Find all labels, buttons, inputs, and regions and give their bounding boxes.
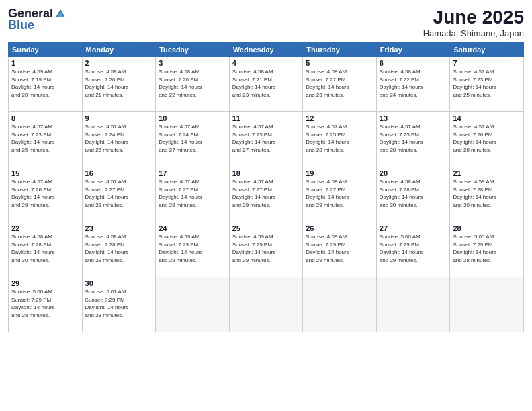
table-row: 18Sunrise: 4:57 AM Sunset: 7:27 PM Dayli… [229, 167, 303, 222]
day-number: 20 [380, 169, 447, 177]
day-number: 4 [232, 59, 300, 67]
day-info: Sunrise: 4:57 AM Sunset: 7:26 PM Dayligh… [453, 123, 521, 154]
table-row: 27Sunrise: 5:00 AM Sunset: 7:29 PM Dayli… [376, 222, 450, 277]
day-info: Sunrise: 5:00 AM Sunset: 7:29 PM Dayligh… [380, 233, 447, 264]
table-row: 15Sunrise: 4:57 AM Sunset: 7:26 PM Dayli… [9, 167, 83, 222]
table-row: 8Sunrise: 4:57 AM Sunset: 7:23 PM Daylig… [9, 112, 83, 167]
day-info: Sunrise: 4:57 AM Sunset: 7:23 PM Dayligh… [453, 68, 521, 99]
day-info: Sunrise: 4:58 AM Sunset: 7:28 PM Dayligh… [11, 233, 79, 264]
table-row: 11Sunrise: 4:57 AM Sunset: 7:25 PM Dayli… [229, 112, 303, 167]
day-number: 27 [380, 224, 447, 232]
table-row: 6Sunrise: 4:58 AM Sunset: 7:22 PM Daylig… [376, 57, 450, 112]
day-info: Sunrise: 4:58 AM Sunset: 7:28 PM Dayligh… [453, 178, 521, 209]
table-row: 24Sunrise: 4:59 AM Sunset: 7:29 PM Dayli… [156, 222, 230, 277]
day-number: 30 [85, 279, 153, 287]
day-number: 3 [159, 59, 226, 67]
calendar-week-row: 15Sunrise: 4:57 AM Sunset: 7:26 PM Dayli… [9, 167, 524, 222]
table-row: 22Sunrise: 4:58 AM Sunset: 7:28 PM Dayli… [9, 222, 83, 277]
day-number: 23 [85, 224, 153, 232]
calendar-week-row: 8Sunrise: 4:57 AM Sunset: 7:23 PM Daylig… [9, 112, 524, 167]
day-number: 14 [453, 114, 521, 122]
day-info: Sunrise: 4:59 AM Sunset: 7:29 PM Dayligh… [232, 233, 300, 264]
day-number: 2 [85, 59, 153, 67]
table-row: 21Sunrise: 4:58 AM Sunset: 7:28 PM Dayli… [450, 167, 524, 222]
title-block: June 2025 Hamada, Shimane, Japan [423, 7, 524, 38]
table-row: 7Sunrise: 4:57 AM Sunset: 7:23 PM Daylig… [450, 57, 524, 112]
day-info: Sunrise: 4:57 AM Sunset: 7:27 PM Dayligh… [159, 178, 226, 209]
day-info: Sunrise: 4:58 AM Sunset: 7:21 PM Dayligh… [232, 68, 300, 99]
calendar-week-row: 29Sunrise: 5:00 AM Sunset: 7:29 PM Dayli… [9, 277, 524, 332]
day-number: 29 [11, 279, 79, 287]
day-number: 13 [380, 114, 447, 122]
day-info: Sunrise: 4:58 AM Sunset: 7:28 PM Dayligh… [85, 233, 153, 264]
day-number: 5 [306, 59, 373, 67]
day-number: 22 [11, 224, 79, 232]
day-number: 21 [453, 169, 521, 177]
day-info: Sunrise: 4:59 AM Sunset: 7:29 PM Dayligh… [306, 233, 373, 264]
table-row [303, 277, 377, 332]
day-number: 9 [85, 114, 153, 122]
day-info: Sunrise: 5:00 AM Sunset: 7:29 PM Dayligh… [453, 233, 521, 264]
table-row: 20Sunrise: 4:58 AM Sunset: 7:28 PM Dayli… [376, 167, 450, 222]
day-info: Sunrise: 4:58 AM Sunset: 7:20 PM Dayligh… [159, 68, 226, 99]
header-wednesday: Wednesday [229, 43, 303, 57]
calendar-week-row: 22Sunrise: 4:58 AM Sunset: 7:28 PM Dayli… [9, 222, 524, 277]
day-number: 28 [453, 224, 521, 232]
day-number: 24 [159, 224, 226, 232]
header-saturday: Saturday [450, 43, 524, 57]
table-row: 12Sunrise: 4:57 AM Sunset: 7:25 PM Dayli… [303, 112, 377, 167]
day-info: Sunrise: 4:57 AM Sunset: 7:23 PM Dayligh… [11, 123, 79, 154]
day-number: 10 [159, 114, 226, 122]
table-row: 3Sunrise: 4:58 AM Sunset: 7:20 PM Daylig… [156, 57, 230, 112]
day-number: 11 [232, 114, 300, 122]
table-row: 29Sunrise: 5:00 AM Sunset: 7:29 PM Dayli… [9, 277, 83, 332]
day-info: Sunrise: 4:57 AM Sunset: 7:24 PM Dayligh… [159, 123, 226, 154]
table-row: 13Sunrise: 4:57 AM Sunset: 7:25 PM Dayli… [376, 112, 450, 167]
day-info: Sunrise: 4:58 AM Sunset: 7:28 PM Dayligh… [380, 178, 447, 209]
day-info: Sunrise: 4:57 AM Sunset: 7:27 PM Dayligh… [232, 178, 300, 209]
day-number: 26 [306, 224, 373, 232]
day-number: 15 [11, 169, 79, 177]
day-info: Sunrise: 4:58 AM Sunset: 7:20 PM Dayligh… [85, 68, 153, 99]
page: General Blue June 2025 Hamada, Shimane, … [0, 0, 532, 411]
day-info: Sunrise: 4:59 AM Sunset: 7:19 PM Dayligh… [11, 68, 79, 99]
day-number: 19 [306, 169, 373, 177]
month-title: June 2025 [423, 7, 524, 28]
table-row: 10Sunrise: 4:57 AM Sunset: 7:24 PM Dayli… [156, 112, 230, 167]
calendar-header-row: Sunday Monday Tuesday Wednesday Thursday… [9, 43, 524, 57]
day-number: 17 [159, 169, 226, 177]
table-row [229, 277, 303, 332]
location: Hamada, Shimane, Japan [423, 28, 524, 38]
table-row: 4Sunrise: 4:58 AM Sunset: 7:21 PM Daylig… [229, 57, 303, 112]
table-row [156, 277, 230, 332]
table-row: 23Sunrise: 4:58 AM Sunset: 7:28 PM Dayli… [82, 222, 156, 277]
day-info: Sunrise: 4:57 AM Sunset: 7:25 PM Dayligh… [306, 123, 373, 154]
table-row: 5Sunrise: 4:58 AM Sunset: 7:22 PM Daylig… [303, 57, 377, 112]
table-row: 1Sunrise: 4:59 AM Sunset: 7:19 PM Daylig… [9, 57, 83, 112]
day-number: 1 [11, 59, 79, 67]
table-row [376, 277, 450, 332]
day-info: Sunrise: 5:00 AM Sunset: 7:29 PM Dayligh… [11, 288, 79, 319]
day-number: 16 [85, 169, 153, 177]
day-info: Sunrise: 4:57 AM Sunset: 7:24 PM Dayligh… [85, 123, 153, 154]
day-info: Sunrise: 4:59 AM Sunset: 7:29 PM Dayligh… [159, 233, 226, 264]
logo-blue: Blue [8, 18, 34, 32]
logo: General Blue [8, 7, 66, 32]
table-row: 9Sunrise: 4:57 AM Sunset: 7:24 PM Daylig… [82, 112, 156, 167]
logo-icon [54, 8, 66, 20]
day-number: 8 [11, 114, 79, 122]
table-row [450, 277, 524, 332]
day-info: Sunrise: 4:57 AM Sunset: 7:27 PM Dayligh… [85, 178, 153, 209]
day-number: 25 [232, 224, 300, 232]
header-sunday: Sunday [9, 43, 83, 57]
day-number: 18 [232, 169, 300, 177]
day-info: Sunrise: 5:01 AM Sunset: 7:29 PM Dayligh… [85, 288, 153, 319]
day-info: Sunrise: 4:57 AM Sunset: 7:25 PM Dayligh… [232, 123, 300, 154]
table-row: 17Sunrise: 4:57 AM Sunset: 7:27 PM Dayli… [156, 167, 230, 222]
calendar: Sunday Monday Tuesday Wednesday Thursday… [8, 42, 524, 332]
day-number: 6 [380, 59, 447, 67]
table-row: 28Sunrise: 5:00 AM Sunset: 7:29 PM Dayli… [450, 222, 524, 277]
table-row: 30Sunrise: 5:01 AM Sunset: 7:29 PM Dayli… [82, 277, 156, 332]
table-row: 25Sunrise: 4:59 AM Sunset: 7:29 PM Dayli… [229, 222, 303, 277]
calendar-week-row: 1Sunrise: 4:59 AM Sunset: 7:19 PM Daylig… [9, 57, 524, 112]
